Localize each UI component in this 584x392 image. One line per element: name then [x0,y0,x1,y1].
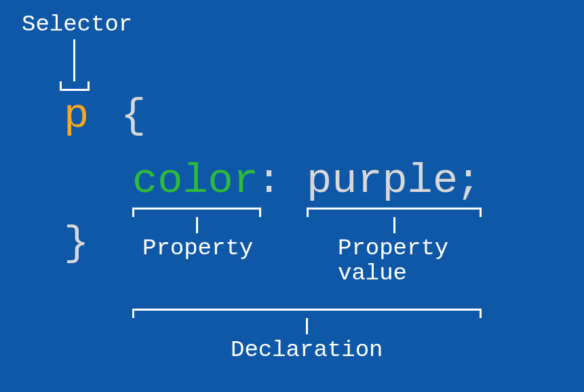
selector-label: Selector [22,12,132,37]
property-bracket [132,208,261,217]
code-selector: p [64,95,89,137]
selector-stem [73,39,75,81]
code-property: color [132,160,258,202]
code-open-brace: { [121,95,146,137]
declaration-label: Declaration [231,338,383,363]
declaration-stem [306,318,308,334]
code-value: purple [307,160,458,202]
code-semicolon: ; [456,160,481,202]
declaration-bracket [132,309,482,318]
property-value-bracket [307,208,482,217]
property-label: Property [142,236,253,261]
property-stem [196,217,198,233]
property-value-stem [393,217,395,233]
code-colon: : [256,160,281,202]
code-close-brace: } [64,222,89,264]
selector-bracket [60,81,90,91]
property-value-label: Property value [338,236,448,287]
